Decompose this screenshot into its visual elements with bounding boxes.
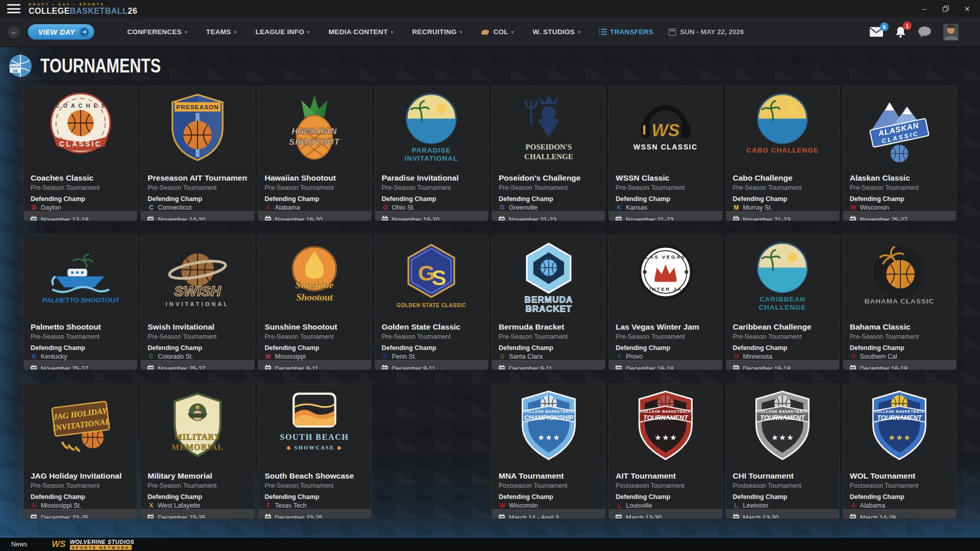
team-logo-icon: S <box>850 353 857 360</box>
svg-text:MEMORIAL: MEMORIAL <box>172 443 224 452</box>
mail-button[interactable]: 6 <box>870 27 883 37</box>
restore-button[interactable] <box>938 2 953 15</box>
tournament-card[interactable]: PALMETTO SHOOTOUT Palmetto Shootout Pre-… <box>23 235 137 370</box>
tournament-card[interactable]: POSEIDON'SCHALLENGE Poseidon's Challenge… <box>492 86 605 221</box>
tournament-card[interactable]: BAHAMA CLASSIC Bahama Classic Pre-Season… <box>843 235 957 370</box>
team-logo-icon: W <box>499 502 506 509</box>
nav-item-col[interactable]: COL▾ <box>481 28 513 36</box>
defending-champ-name: Wisconsin <box>860 204 889 211</box>
team-logo-icon: S <box>499 353 506 360</box>
tournament-card[interactable]: C O A C H E S CLASSIC Coaches Classic Pr… <box>23 86 137 221</box>
tournament-type: Pre-Season Tournament <box>850 333 949 340</box>
nav-icons: 6 1 <box>870 24 980 40</box>
back-button[interactable]: ← <box>7 26 20 39</box>
svg-text:SOUTH BEACH: SOUTH BEACH <box>280 433 349 441</box>
svg-text:S: S <box>432 265 447 290</box>
restore-icon <box>943 6 949 12</box>
svg-text:C O A C H E S: C O A C H E S <box>55 103 105 109</box>
svg-text:◆ SHOWCASE ◆: ◆ SHOWCASE ◆ <box>286 444 342 450</box>
nav-item-recruiting[interactable]: RECRUITING▾ <box>412 28 462 36</box>
defending-champ-name: Wisconsin <box>509 502 538 509</box>
tournament-card[interactable]: COLLEGE BASKETBALL TOURNAMENT ★ ★ ★ AIT … <box>608 384 722 519</box>
defending-champ-name: Kansas <box>626 204 647 211</box>
team-logo-icon: T <box>265 502 272 509</box>
calendar-icon <box>31 515 37 519</box>
tournament-card[interactable]: BERMUDA BRACKET Bermuda Bracket Pre-Seas… <box>492 235 605 370</box>
defending-champ-label: Defending Champ <box>616 344 715 352</box>
tournament-card[interactable]: COLLEGE BASKETBALL TOURNAMENT ★ ★ ★ WOL … <box>843 384 957 519</box>
tournament-card[interactable]: GS GOLDEN STATE CLASSIC Golden State Cla… <box>375 235 488 370</box>
app-logo-part: BASKETBALL <box>70 7 128 15</box>
tournament-name: Paradise Invitational <box>382 173 481 183</box>
defending-champ: M Minnesota <box>733 353 832 360</box>
tournament-card[interactable]: CABO CHALLENGE Cabo Challenge Pre-Season… <box>726 86 840 221</box>
tournament-card[interactable]: LAS VEGAS WINTER JAM ❄❄ Las Vegas Winter… <box>608 235 722 370</box>
tournament-dates: December 16-18 <box>726 360 839 370</box>
tournament-card[interactable]: Sunshine Shootout Sunshine Shootout Pre-… <box>258 235 372 370</box>
calendar-icon <box>499 515 505 519</box>
tournament-card[interactable]: MILITARY MEMORIAL Military Memorial Pre-… <box>140 384 254 519</box>
calendar-icon <box>265 366 271 370</box>
defending-champ-label: Defending Champ <box>148 344 247 352</box>
tournament-card[interactable]: WS WSSN CLASSIC WSSN Classic Pre-Season … <box>608 86 722 221</box>
news-link[interactable]: News <box>11 541 27 548</box>
tournament-info: CHI Tournament Postseason Tournament Def… <box>726 471 839 509</box>
nav-item-w-studios[interactable]: W. STUDIOS▾ <box>533 28 580 36</box>
svg-text:PARADISE: PARADISE <box>412 146 451 154</box>
nav-item-teams[interactable]: TEAMS▾ <box>206 28 237 36</box>
close-button[interactable]: ✕ <box>960 2 975 15</box>
hamburger-menu-icon[interactable] <box>7 4 20 13</box>
minimize-button[interactable]: – <box>917 2 932 15</box>
svg-text:SWISH: SWISH <box>174 283 221 299</box>
tournament-info: Swish Invitational Pre-Season Tournament… <box>141 322 254 360</box>
tournament-card[interactable]: PARADISEINVITATIONAL Paradise Invitation… <box>375 86 488 221</box>
defending-champ: M Mississippi St. <box>31 502 130 509</box>
tournament-dates: March 13-30 <box>726 509 839 519</box>
tournament-name: Swish Invitational <box>148 322 247 332</box>
defending-champ-label: Defending Champ <box>148 493 247 500</box>
calendar-icon <box>669 29 676 36</box>
defending-champ: O Ohio St. <box>382 204 481 211</box>
svg-text:PALMETTO SHOOTOUT: PALMETTO SHOOTOUT <box>42 296 119 304</box>
defending-champ-name: Connecticut <box>158 204 191 211</box>
svg-text:PRESEASON: PRESEASON <box>176 104 219 110</box>
tournament-logo: C O A C H E S CLASSIC <box>24 86 137 173</box>
nav-item-conferences[interactable]: CONFERENCES▾ <box>127 28 187 36</box>
nav-item-transfers[interactable]: TRANSFERS <box>599 28 653 36</box>
tournament-info: Bahama Classic Pre-Season Tournament Def… <box>843 322 956 360</box>
defending-champ: X West Lafayette <box>148 502 247 509</box>
tournament-card[interactable]: COLLEGE BASKETBALL CHAMPIONSHIP ★ ★ ★ MN… <box>492 384 605 519</box>
tournament-logo: PARADISEINVITATIONAL <box>375 86 488 173</box>
tournament-card[interactable]: ALASKANCLASSIC Alaskan Classic Pre-Seaso… <box>843 86 957 221</box>
user-avatar[interactable] <box>943 24 959 40</box>
tournament-info: AIT Tournament Postseason Tournament Def… <box>609 471 722 509</box>
calendar-icon <box>148 366 154 370</box>
defending-champ-name: Texas Tech <box>275 502 307 509</box>
defending-champ-name: Southern Cal <box>860 353 897 360</box>
tournament-type: Postseason Tournament <box>850 482 949 489</box>
tournament-name: Alaskan Classic <box>850 173 949 183</box>
nav-item-media-content[interactable]: MEDIA CONTENT▾ <box>329 28 394 36</box>
tournament-logo: JAG HOLIDAY INVITATIONAL <box>24 384 137 471</box>
tournament-type: Pre-Season Tournament <box>616 184 715 191</box>
defending-champ-label: Defending Champ <box>265 195 364 203</box>
tournament-logo: CABO CHALLENGE <box>726 86 839 173</box>
defending-champ-label: Defending Champ <box>499 344 598 352</box>
tournament-card[interactable]: PRESEASON Preseason AIT Tournament Pre-S… <box>140 86 254 221</box>
nav-item-league-info[interactable]: LEAGUE INFO▾ <box>255 28 309 36</box>
defending-champ-name: Ohio St. <box>392 204 415 211</box>
tournament-info: Cabo Challenge Pre-Season Tournament Def… <box>726 173 839 211</box>
tournament-card[interactable]: CARIBBEANCHALLENGE Caribbean Challenge P… <box>726 235 840 370</box>
tournament-card[interactable]: JAG HOLIDAY INVITATIONAL JAG Holiday Inv… <box>23 384 137 519</box>
nav-menu: CONFERENCES▾TEAMS▾LEAGUE INFO▾MEDIA CONT… <box>127 28 653 36</box>
tournament-info: Palmetto Shootout Pre-Season Tournament … <box>24 322 137 360</box>
tournament-card[interactable]: SWISH INVITATIONAL Swish Invitational Pr… <box>140 235 254 370</box>
tournament-card[interactable]: HAWAIIAN SHOOTOUT Hawaiian Shootout Pre-… <box>258 86 372 221</box>
view-day-button[interactable]: VIEW DAY ➜ <box>28 24 94 40</box>
tournament-card[interactable]: SOUTH BEACH ◆ SHOWCASE ◆ South Beach Sho… <box>258 384 372 519</box>
tournament-card[interactable]: COLLEGE BASKETBALL TOURNAMENT ★ ★ ★ CHI … <box>726 384 840 519</box>
chat-button[interactable] <box>918 27 931 37</box>
tournaments-grid: C O A C H E S CLASSIC Coaches Classic Pr… <box>23 86 957 519</box>
notifications-button[interactable]: 1 <box>895 26 906 38</box>
tournament-type: Pre-Season Tournament <box>499 333 598 340</box>
